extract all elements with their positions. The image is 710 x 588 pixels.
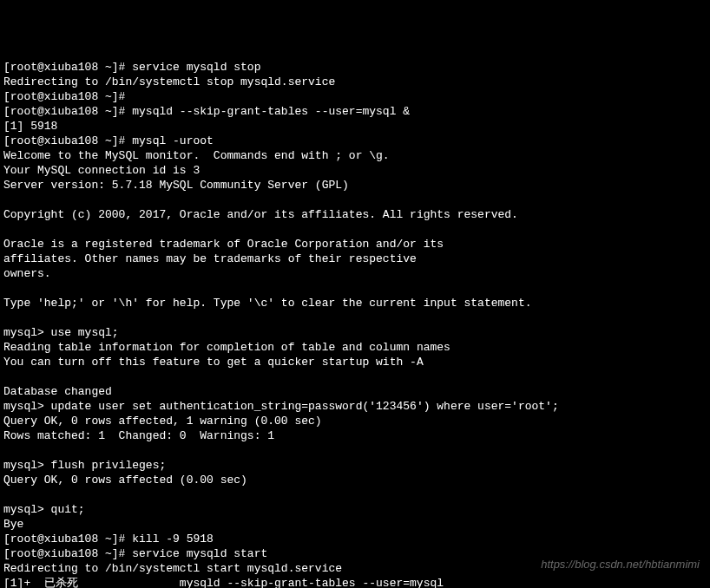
terminal-line xyxy=(3,223,707,238)
terminal-line: [root@xiuba108 ~]# kill -9 5918 xyxy=(3,532,707,547)
terminal-line: Your MySQL connection id is 3 xyxy=(3,164,707,179)
terminal-line: mysql> use mysql; xyxy=(3,326,707,341)
terminal-line: Oracle is a registered trademark of Orac… xyxy=(3,238,707,252)
terminal-line: Query OK, 0 rows affected, 1 warning (0.… xyxy=(3,415,707,429)
terminal-line xyxy=(3,311,707,326)
terminal-line: Welcome to the MySQL monitor. Commands e… xyxy=(3,149,707,164)
terminal-line: Server version: 5.7.18 MySQL Community S… xyxy=(3,179,707,193)
terminal-line: affiliates. Other names may be trademark… xyxy=(3,252,707,267)
terminal-line: Database changed xyxy=(3,385,707,400)
terminal-line: Rows matched: 1 Changed: 0 Warnings: 1 xyxy=(3,429,707,444)
terminal-output: [root@xiuba108 ~]# service mysqld stopRe… xyxy=(3,61,707,588)
terminal-line: Type 'help;' or '\h' for help. Type '\c'… xyxy=(3,297,707,311)
terminal-line: Copyright (c) 2000, 2017, Oracle and/or … xyxy=(3,208,707,223)
watermark-text: https://blog.csdn.net/hbtianmimi xyxy=(541,558,700,572)
terminal-line: Reading table information for completion… xyxy=(3,341,707,356)
terminal-line: Redirecting to /bin/systemctl stop mysql… xyxy=(3,75,707,90)
terminal-line: [root@xiuba108 ~]# xyxy=(3,90,707,105)
terminal-line: [root@xiuba108 ~]# service mysqld stop xyxy=(3,61,707,75)
terminal-line: mysql> update user set authentication_st… xyxy=(3,400,707,415)
terminal-line: [1] 5918 xyxy=(3,120,707,134)
terminal-line: Bye xyxy=(3,518,707,532)
terminal-line: owners. xyxy=(3,267,707,282)
terminal-line: Query OK, 0 rows affected (0.00 sec) xyxy=(3,474,707,488)
terminal-line xyxy=(3,488,707,503)
terminal-line: mysql> flush privileges; xyxy=(3,459,707,474)
terminal-line xyxy=(3,444,707,459)
terminal-line: [root@xiuba108 ~]# mysql -uroot xyxy=(3,134,707,149)
terminal-line: [1]+ 已杀死 mysqld --skip-grant-tables --us… xyxy=(3,577,707,588)
terminal-line xyxy=(3,282,707,297)
terminal-line xyxy=(3,370,707,385)
terminal-line: mysql> quit; xyxy=(3,503,707,518)
terminal-line: [root@xiuba108 ~]# mysqld --skip-grant-t… xyxy=(3,105,707,120)
terminal-line xyxy=(3,193,707,208)
terminal-line: You can turn off this feature to get a q… xyxy=(3,356,707,370)
